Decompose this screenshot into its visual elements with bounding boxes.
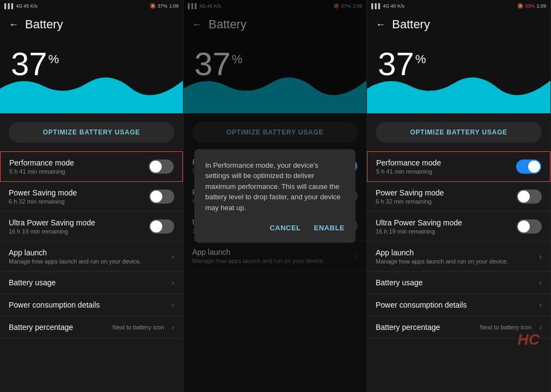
status-right-1: 🔕 37% 1:09 [150,3,179,9]
dialog-overlay-2: In Performance mode, your device's setti… [183,0,366,392]
toggle-knob-1 [150,161,162,173]
battery-percentage-chevron-3: › [539,323,542,332]
status-left-3: ▌▌▌ 4G 40 K/s [371,3,405,9]
ultra-power-title-3: Ultra Power Saving mode [376,218,517,227]
app-launch-info-3: App launch Manage how apps launch and ru… [376,248,539,265]
battery-usage-item-3[interactable]: Battery usage › [367,272,550,294]
battery-percentage-title-1: Battery percentage [9,323,113,332]
toggle-knob-up-3 [518,220,530,232]
power-consumption-info-3: Power consumption details [376,301,539,309]
ultra-power-info-1: Ultra Power Saving mode 16 h 19 min rema… [9,218,149,235]
power-saving-toggle-3[interactable] [517,189,542,204]
header-1: ← Battery [0,12,183,37]
ultra-power-item-1[interactable]: Ultra Power Saving mode 16 h 19 min rema… [0,212,183,242]
power-saving-sub-1: 6 h 32 min remaining [9,198,149,205]
power-consumption-item-1[interactable]: Power consumption details › [0,294,183,316]
back-button-1[interactable]: ← [9,19,19,30]
app-launch-sub-1: Manage how apps launch and run on your d… [9,258,172,265]
watermark-3: HC [518,331,540,348]
power-saving-sub-3: 6 h 32 min remaining [376,198,517,205]
toggle-knob-ps-1 [150,191,162,203]
power-saving-item-3[interactable]: Power Saving mode 6 h 32 min remaining [367,182,550,212]
optimize-section-3: OPTIMIZE BATTERY USAGE [367,113,550,151]
ultra-power-toggle-1[interactable] [149,219,174,234]
power-saving-toggle-1[interactable] [149,189,174,204]
power-saving-title-3: Power Saving mode [376,188,517,197]
battery-usage-info-1: Battery usage [9,278,172,287]
status-left-1: ▌▌▌ 4G 45 K/s [4,3,38,9]
battery-percentage-chevron-1: › [172,323,174,332]
ultra-power-item-3[interactable]: Ultra Power Saving mode 16 h 19 min rema… [367,212,550,242]
performance-mode-item-1[interactable]: Performance mode 5 h 41 min remaining [0,151,183,182]
settings-list-3: Performance mode 5 h 41 min remaining Po… [367,151,550,392]
page-title-1: Battery [25,17,63,32]
performance-mode-sub-3: 5 h 41 min remaining [376,168,516,175]
ultra-power-toggle-3[interactable] [517,219,542,234]
performance-mode-item-3[interactable]: Performance mode 5 h 41 min remaining [367,151,550,182]
app-launch-chevron-1: › [172,252,174,261]
performance-mode-title-1: Performance mode [9,158,149,167]
signal-icon-1: ▌▌▌ [4,3,15,9]
power-consumption-item-3[interactable]: Power consumption details › [367,294,550,316]
status-bar-3: ▌▌▌ 4G 40 K/s 🔕 33% 1:09 [367,0,550,12]
battery-usage-title-3: Battery usage [376,278,539,287]
power-saving-info-1: Power Saving mode 6 h 32 min remaining [9,188,149,205]
panel-2: ▌▌▌ 4G 45 K/s 🔕 37% 1:09 ← Battery 37 % … [183,0,367,392]
battery-usage-chevron-1: › [172,278,174,287]
dialog-cancel-button-2[interactable]: CANCEL [270,224,301,232]
toggle-knob-up-1 [150,220,162,232]
percent-sign-3: % [415,52,426,66]
app-launch-info-1: App launch Manage how apps launch and ru… [9,248,172,265]
dialog-2: In Performance mode, your device's setti… [194,149,356,243]
header-3: ← Battery [367,12,550,37]
battery-percentage-right-3: Next to battery icon › [480,323,542,332]
speed-3: 40 K/s [390,3,405,9]
panel-1: ▌▌▌ 4G 45 K/s 🔕 37% 1:09 ← Battery 37 % … [0,0,183,392]
speed-1: 45 K/s [23,3,38,9]
battery-usage-item-1[interactable]: Battery usage › [0,272,183,294]
time-1: 1:09 [169,3,179,9]
toggle-knob-3 [528,161,540,173]
performance-mode-info-3: Performance mode 5 h 41 min remaining [376,158,516,175]
ultra-power-info-3: Ultra Power Saving mode 16 h 19 min rema… [376,218,517,235]
panel-3: ▌▌▌ 4G 40 K/s 🔕 33% 1:09 ← Battery 37 % … [367,0,551,392]
status-bar-1: ▌▌▌ 4G 45 K/s 🔕 37% 1:09 [0,0,183,12]
battery-usage-info-3: Battery usage [376,278,539,287]
time-3: 1:09 [536,3,546,9]
performance-mode-title-3: Performance mode [376,158,516,167]
app-launch-chevron-3: › [539,252,542,261]
mute-icon-1: 🔕 [150,3,156,9]
app-launch-title-1: App launch [9,248,172,257]
optimize-button-3[interactable]: OPTIMIZE BATTERY USAGE [376,122,542,143]
settings-list-1: Performance mode 5 h 41 min remaining Po… [0,151,183,392]
performance-mode-toggle-1[interactable] [149,160,174,174]
battery-wave-area-1: 37 % 5 h 59 min remaining [0,37,183,113]
wave-svg-3 [367,72,550,113]
optimize-button-1[interactable]: OPTIMIZE BATTERY USAGE [9,122,174,143]
power-consumption-chevron-3: › [539,301,542,309]
battery-percentage-label-3: Next to battery icon [480,324,532,330]
battery-percentage-info-1: Battery percentage [9,323,113,332]
network-type-1: 4G [16,3,22,9]
ultra-power-sub-3: 16 h 19 min remaining [376,228,517,235]
toggle-knob-ps-3 [518,191,530,203]
performance-mode-info-1: Performance mode 5 h 41 min remaining [9,158,149,175]
back-button-3[interactable]: ← [376,19,385,30]
status-right-3: 🔕 33% 1:09 [517,3,546,9]
power-saving-item-1[interactable]: Power Saving mode 6 h 32 min remaining [0,182,183,212]
app-launch-title-3: App launch [376,248,539,257]
app-launch-item-3[interactable]: App launch Manage how apps launch and ru… [367,242,550,272]
dialog-enable-button-2[interactable]: ENABLE [314,224,345,232]
battery-usage-chevron-3: › [539,278,542,287]
battery-percentage-title-3: Battery percentage [376,323,480,332]
performance-mode-toggle-3[interactable] [516,160,541,174]
wave-svg-1 [0,72,183,113]
battery-percentage-right-1: Next to battery icon › [113,323,174,332]
app-launch-item-1[interactable]: App launch Manage how apps launch and ru… [0,242,183,272]
performance-mode-sub-1: 5 h 41 min remaining [9,168,149,175]
battery-percentage-item-1[interactable]: Battery percentage Next to battery icon … [0,316,183,339]
power-consumption-title-3: Power consumption details [376,301,539,309]
ultra-power-sub-1: 16 h 19 min remaining [9,228,149,235]
network-type-3: 4G [383,3,389,9]
signal-icon-3: ▌▌▌ [371,3,382,9]
